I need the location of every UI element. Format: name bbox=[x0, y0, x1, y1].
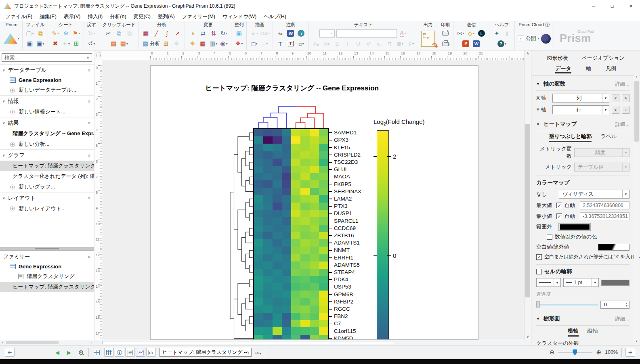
draw-rect-icon[interactable]: □▾ bbox=[250, 39, 259, 48]
paste-special-icon[interactable]: ▤▾ bbox=[120, 39, 128, 48]
heatmap-cell[interactable] bbox=[263, 232, 273, 240]
heatmap-cell[interactable] bbox=[263, 239, 273, 247]
arrange-objects-icon[interactable]: ❖▾ bbox=[235, 39, 243, 48]
heatmap-cell[interactable] bbox=[263, 129, 273, 137]
heatmap-cell[interactable] bbox=[254, 261, 264, 269]
heatmap-cell[interactable] bbox=[300, 298, 310, 306]
menu-item[interactable]: ヘルプ(H) bbox=[260, 12, 290, 21]
heatmap-cell[interactable] bbox=[273, 335, 282, 340]
heatmap-cell[interactable] bbox=[291, 283, 301, 291]
heatmap-cell[interactable] bbox=[291, 151, 301, 159]
chevron-down-icon[interactable]: ▼ bbox=[622, 190, 629, 198]
heatmap-cell[interactable] bbox=[273, 291, 282, 298]
splitter-handle[interactable] bbox=[0, 247, 94, 251]
heatmap-cell[interactable] bbox=[263, 335, 273, 340]
search-input[interactable] bbox=[4, 55, 86, 61]
new-graph-sheet-icon[interactable]: ⊞ bbox=[72, 39, 81, 48]
heatmap-cell[interactable] bbox=[263, 291, 273, 298]
heatmap-cell[interactable] bbox=[282, 144, 292, 151]
sidebar-item[interactable]: 階層クラスタリング -- Gene Expr... bbox=[0, 128, 94, 139]
tree-section-データテーブル[interactable]: ∨データテーブル» bbox=[0, 64, 94, 75]
heatmap-cell[interactable] bbox=[310, 159, 319, 166]
heatmap-cell[interactable] bbox=[310, 320, 319, 328]
heatmap-cell[interactable] bbox=[273, 283, 282, 291]
heatmap-cell[interactable] bbox=[282, 217, 292, 225]
heatmap-cell[interactable] bbox=[254, 210, 264, 218]
min-value-field[interactable]: -3.36753012334851 bbox=[580, 212, 630, 220]
heatmap-cell[interactable] bbox=[300, 144, 310, 151]
undo-icon[interactable]: ↺▾ bbox=[87, 39, 96, 48]
heatmap-cell[interactable] bbox=[254, 283, 264, 291]
heatmap-cell[interactable] bbox=[282, 247, 292, 254]
word-icon[interactable]: W bbox=[472, 39, 481, 48]
sidebar-hscroll-track[interactable] bbox=[5, 340, 88, 345]
heatmap-cell[interactable] bbox=[300, 217, 310, 225]
heatmap-cell[interactable] bbox=[291, 173, 301, 181]
link-sheets-icon[interactable]: ∞▾ bbox=[255, 349, 261, 356]
heatmap-cell[interactable] bbox=[282, 173, 292, 181]
spinner-arrows-icon[interactable]: ▲▼ bbox=[625, 302, 629, 307]
heatmap-cell[interactable] bbox=[254, 247, 264, 254]
family-item[interactable]: 階層クラスタリング bbox=[0, 271, 94, 282]
academy-icon[interactable]: ✦ bbox=[492, 29, 501, 38]
chevron-down-icon[interactable]: ∨ bbox=[2, 153, 5, 157]
axis-bars-icon[interactable]: ⇅ bbox=[209, 29, 218, 38]
text-box-icon[interactable]: T bbox=[286, 39, 295, 48]
y-axis-select[interactable]: 行▼ bbox=[552, 105, 609, 114]
canvas-hscroll-thumb[interactable] bbox=[102, 341, 394, 344]
heatmap-cell[interactable] bbox=[310, 166, 319, 174]
heatmap-cell[interactable] bbox=[263, 298, 273, 306]
tree-section-情報[interactable]: ∨情報» bbox=[0, 95, 94, 107]
heatmap-cell[interactable] bbox=[310, 313, 319, 320]
chevron-down-icon[interactable]: ∨ bbox=[2, 99, 5, 103]
prism-menu-button[interactable]: ▾ bbox=[4, 34, 19, 43]
tab-page-options[interactable]: ページオプション bbox=[581, 54, 624, 62]
heatmap-cell[interactable] bbox=[300, 151, 310, 159]
heatmap-cell[interactable] bbox=[319, 166, 329, 174]
heatmap-cell[interactable] bbox=[273, 144, 282, 151]
heatmap-cell[interactable] bbox=[319, 180, 329, 188]
graph-type-icon[interactable]: ▥▾ bbox=[209, 39, 218, 48]
menu-item[interactable]: 挿入(I) bbox=[84, 12, 106, 21]
freeze-sheet-icon[interactable]: ❄ bbox=[61, 29, 70, 38]
panel-scroll-thumb[interactable] bbox=[634, 81, 639, 142]
heatmap-cell[interactable] bbox=[291, 269, 301, 276]
heatmap-cell[interactable] bbox=[282, 298, 292, 306]
copy-icon[interactable]: ⧉ bbox=[114, 29, 123, 38]
heatmap-cell[interactable] bbox=[273, 203, 282, 210]
heatmap-cell[interactable] bbox=[319, 298, 329, 306]
color-scheme-icon[interactable]: ◉▾ bbox=[219, 39, 228, 48]
menu-item[interactable]: 編集(E) bbox=[36, 12, 60, 21]
heatmap-cell[interactable] bbox=[282, 136, 292, 144]
heatmap-cell[interactable] bbox=[300, 195, 310, 203]
heatmap-cell[interactable] bbox=[263, 136, 273, 144]
graph-page[interactable]: ヒートマップ: 階層クラスタリング -- Gene Expression SAM… bbox=[150, 65, 478, 340]
heatmap-cell[interactable] bbox=[300, 254, 310, 261]
labarchives-icon[interactable]: L bbox=[477, 29, 486, 38]
back-button[interactable]: ◀ bbox=[53, 348, 61, 357]
max-auto-checkbox[interactable]: ✓ bbox=[556, 203, 562, 208]
heatmap-cell[interactable] bbox=[273, 136, 282, 144]
zoom-out-icon[interactable]: ⊖ bbox=[550, 349, 555, 356]
info-note-icon[interactable]: i bbox=[297, 29, 306, 38]
heatmap-cell[interactable] bbox=[254, 313, 264, 320]
heatmap-cell[interactable] bbox=[310, 291, 319, 298]
scroll-left-icon[interactable]: ‹ bbox=[0, 341, 5, 345]
forward-button[interactable]: ▶ bbox=[65, 348, 73, 357]
export-image-button[interactable]: tiffbmp↷ bbox=[421, 29, 435, 48]
sidebar-item[interactable]: Gene Expression bbox=[0, 75, 94, 85]
chevron-down-icon[interactable]: ∨ bbox=[247, 350, 250, 354]
heatmap-cell[interactable] bbox=[319, 283, 329, 291]
heatmap-cell[interactable] bbox=[291, 261, 301, 269]
heatmap-cell[interactable] bbox=[300, 261, 310, 269]
find-icon[interactable] bbox=[77, 348, 85, 357]
canvas-hscrollbar[interactable] bbox=[95, 340, 531, 345]
align-page-icon[interactable]: ▣ bbox=[235, 29, 243, 38]
heatmap-cell[interactable] bbox=[310, 239, 319, 247]
heatmap-cell[interactable] bbox=[273, 320, 282, 328]
create-analysis-table-icon[interactable]: ⊞ bbox=[162, 39, 170, 48]
menu-item[interactable]: 分析(n) bbox=[106, 12, 130, 21]
heatmap-cell[interactable] bbox=[310, 203, 319, 210]
heatmap-cell[interactable] bbox=[300, 327, 310, 335]
transparency-spinner[interactable]: 0 ▲▼ bbox=[600, 301, 630, 309]
